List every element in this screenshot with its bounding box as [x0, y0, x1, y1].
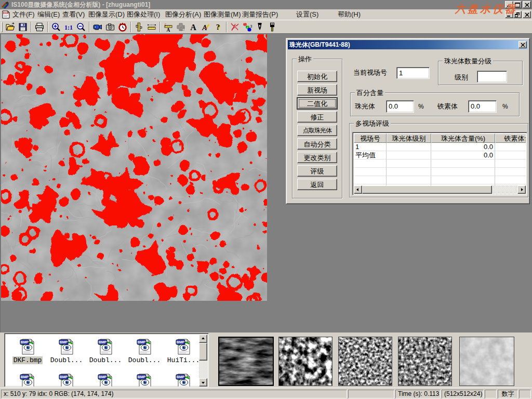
file-item-Doubl...[interactable]: BMPDoubl...: [125, 338, 164, 364]
menu-item-8[interactable]: 测量报告(P): [240, 9, 281, 20]
table-scroll-thumb[interactable]: [362, 185, 492, 194]
toolbar-button-help-question[interactable]: ??: [212, 21, 224, 33]
table-header-3[interactable]: 珠光体含量(%): [431, 134, 495, 143]
toolbar-button-save-floppy[interactable]: [17, 21, 29, 33]
table-row-3[interactable]: [354, 159, 526, 168]
menu-item-3[interactable]: 查看(V): [60, 9, 87, 20]
bmp-file-icon: BMP: [97, 373, 114, 387]
menu-item-4[interactable]: 图像显示(D): [86, 9, 127, 20]
op-button-2[interactable]: 新视场: [297, 84, 337, 96]
table-row-1[interactable]: 10.0: [354, 143, 526, 151]
toolbar-button-zoom-out[interactable]: [75, 21, 87, 33]
toolbar-button-phase-classify[interactable]: 123: [241, 21, 254, 33]
op-button-7[interactable]: 更改类别: [297, 152, 337, 163]
table-cell: [495, 176, 526, 184]
pearlite-input[interactable]: 0.0: [386, 100, 414, 113]
file-scroll-down-button[interactable]: [199, 378, 207, 387]
table-header-4[interactable]: 铁素体含量(%): [495, 134, 526, 143]
table-header-1[interactable]: 视场号: [354, 134, 387, 143]
toolbar-button-photo-camera[interactable]: [104, 21, 116, 33]
toolbar-button-curve-tool[interactable]: [229, 21, 241, 33]
file-scroll-up-button[interactable]: [199, 335, 207, 343]
menu-item-9[interactable]: 设置(S): [294, 9, 321, 20]
file-item-row2-4[interactable]: BMP: [125, 373, 164, 387]
micrograph-image[interactable]: [1, 34, 267, 301]
document-icon[interactable]: DOC: [2, 10, 10, 19]
grade-level-input[interactable]: [477, 71, 507, 83]
toolbar-grip[interactable]: [1, 22, 3, 32]
operation-group-label: 操作: [297, 55, 313, 63]
file-item-row2-1[interactable]: BMP: [8, 373, 47, 387]
svg-text:DOC: DOC: [3, 11, 9, 15]
file-item-Doubl...[interactable]: BMPDoubl...: [86, 338, 125, 364]
table-hscrollbar[interactable]: [354, 185, 526, 194]
toolbar-button-calibrate-ruler[interactable]: CA: [162, 21, 175, 33]
op-button-1[interactable]: 初始化: [297, 71, 337, 82]
toolbar-button-brush[interactable]: [266, 21, 278, 33]
toolbar-button-pen-nib[interactable]: [254, 21, 266, 33]
svg-text:BMP: BMP: [177, 340, 185, 344]
pearlite-dialog: 珠光体(GB/T9441-88) 操作 初始化新视场二值化修正点取珠光体自动分类…: [286, 38, 530, 204]
toolbar-items: 1:1CAAA??123: [4, 21, 278, 33]
toolbar-button-text-a[interactable]: A: [187, 21, 200, 33]
table-row-4[interactable]: [354, 168, 526, 176]
toolbar-button-zoom-in[interactable]: [50, 21, 62, 33]
file-item-HuiTi...[interactable]: BMPHuiTi...: [164, 338, 200, 364]
menu-item-10[interactable]: 帮助(H): [335, 9, 363, 20]
file-item-row2-5[interactable]: BMP: [164, 373, 200, 387]
toolbar-button-move-cross[interactable]: [175, 21, 187, 33]
table-cell: [354, 176, 387, 184]
table-row-2[interactable]: 平均值0.0: [354, 151, 526, 159]
thumbnail-2[interactable]: [278, 337, 332, 386]
file-scroll-thumb[interactable]: [199, 343, 207, 361]
toolbar-button-one-to-one[interactable]: 1:1: [62, 21, 75, 33]
file-item-row2-3[interactable]: BMP: [86, 373, 125, 387]
title-bar: IS100显微摄像系统(金相分析版) - [zhuguangti01]: [0, 0, 532, 9]
op-button-3[interactable]: 二值化: [297, 98, 337, 109]
menu-item-6[interactable]: 图像分析(A): [163, 9, 204, 20]
thumbnail-5[interactable]: [459, 337, 514, 386]
mdi-close-button[interactable]: [523, 11, 531, 18]
toolbar-button-edit-text[interactable]: A: [200, 21, 212, 33]
op-button-9[interactable]: 返回: [297, 179, 337, 190]
table-row-5[interactable]: [354, 176, 526, 184]
dialog-title: 珠光体(GB/T9441-88): [289, 41, 350, 49]
menu-item-2[interactable]: 编辑(E): [35, 9, 62, 20]
op-button-6[interactable]: 自动分类: [297, 138, 337, 150]
file-item-row2-2[interactable]: BMP: [47, 373, 86, 387]
toolbar-button-ruler-line[interactable]: [145, 21, 158, 33]
table-cell: 0.0: [431, 143, 495, 151]
toolbar-button-open-folder[interactable]: [4, 21, 17, 33]
toolbar-separator: [31, 22, 32, 32]
file-scrollbar[interactable]: [199, 335, 207, 387]
op-button-8[interactable]: 评级: [297, 165, 337, 177]
thumbnail-3[interactable]: [338, 337, 392, 386]
brush-icon: [267, 22, 277, 32]
toolbar-button-caliper[interactable]: [133, 21, 145, 33]
toolbar-button-video-camera[interactable]: [91, 21, 104, 33]
op-button-5[interactable]: 点取珠光体: [297, 125, 337, 136]
toolbar-separator: [89, 22, 90, 32]
menu-item-5[interactable]: 图像处理(I): [124, 9, 163, 20]
thumbnail-4[interactable]: [398, 337, 452, 386]
toolbar: 1:1CAAA??123: [0, 20, 532, 33]
menu-item-1[interactable]: 文件(F): [10, 9, 37, 20]
thumbnail-1[interactable]: [218, 337, 274, 386]
close-button[interactable]: [523, 1, 531, 8]
ferrite-input[interactable]: 0.0: [468, 100, 497, 113]
toolbar-button-timer-clock[interactable]: [116, 21, 129, 33]
dialog-close-button[interactable]: [518, 41, 527, 48]
file-item-DKF.bmp[interactable]: BMPDKF.bmp: [8, 338, 47, 364]
file-item-Doubl...[interactable]: BMPDoubl...: [47, 338, 86, 364]
menu-item-7[interactable]: 图像测量(M): [201, 9, 244, 20]
pen-nib-icon: [255, 22, 265, 32]
table-scroll-left-button[interactable]: [354, 185, 362, 194]
table-scroll-right-button[interactable]: [517, 185, 526, 194]
multifield-table[interactable]: 视场号珠光体级别珠光体含量(%)铁素体含量(%)10.0平均值0.0: [352, 132, 527, 195]
help-question-icon: ??: [213, 22, 223, 32]
dialog-title-bar[interactable]: 珠光体(GB/T9441-88): [288, 40, 528, 49]
op-button-4[interactable]: 修正: [297, 111, 337, 123]
toolbar-button-printer[interactable]: [33, 21, 46, 33]
current-field-input[interactable]: 1: [396, 67, 430, 79]
table-header-2[interactable]: 珠光体级别: [387, 134, 431, 143]
